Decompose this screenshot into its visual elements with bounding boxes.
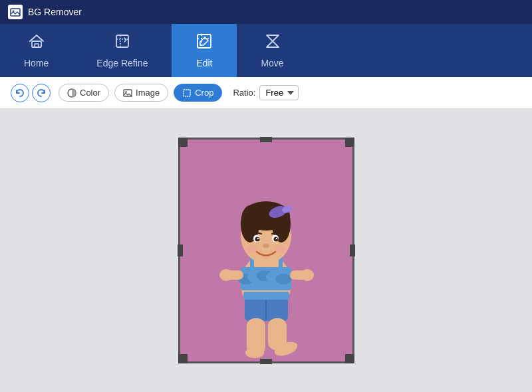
image-label: Image bbox=[136, 88, 160, 98]
svg-rect-3 bbox=[35, 44, 39, 47]
svg-point-17 bbox=[275, 274, 291, 284]
svg-rect-5 bbox=[198, 35, 211, 48]
svg-point-45 bbox=[245, 245, 257, 253]
undo-redo-group bbox=[11, 84, 51, 102]
home-icon bbox=[28, 33, 45, 54]
nav-move-label: Move bbox=[261, 58, 283, 68]
child-illustration bbox=[178, 138, 354, 363]
toolbar: Color Image Crop Ratio: Free 1:1 4:3 16:… bbox=[0, 77, 532, 109]
main-canvas bbox=[0, 109, 532, 392]
image-icon bbox=[123, 88, 132, 98]
svg-rect-22 bbox=[243, 292, 289, 300]
color-button[interactable]: Color bbox=[59, 84, 109, 102]
edit-icon bbox=[196, 33, 213, 54]
nav-item-home[interactable]: Home bbox=[0, 24, 72, 77]
title-bar: BG Remover bbox=[0, 0, 532, 24]
svg-point-46 bbox=[275, 245, 287, 253]
color-label: Color bbox=[80, 88, 100, 98]
edge-refine-icon bbox=[114, 33, 131, 54]
nav-home-label: Home bbox=[24, 58, 49, 68]
image-background bbox=[178, 138, 354, 363]
nav-bar: Home Edge Refine Edit Move bbox=[0, 24, 532, 77]
image-button[interactable]: Image bbox=[114, 84, 168, 102]
ratio-select[interactable]: Free 1:1 4:3 16:9 3:2 bbox=[259, 85, 299, 100]
crop-icon bbox=[182, 88, 192, 98]
svg-rect-4 bbox=[116, 35, 128, 47]
svg-point-8 bbox=[125, 91, 126, 92]
redo-button[interactable] bbox=[32, 84, 51, 102]
undo-button[interactable] bbox=[11, 84, 29, 102]
svg-point-24 bbox=[219, 269, 233, 281]
svg-point-43 bbox=[275, 238, 277, 239]
move-icon bbox=[264, 33, 281, 54]
nav-item-edge-refine[interactable]: Edge Refine bbox=[72, 24, 172, 77]
svg-rect-9 bbox=[184, 90, 190, 96]
svg-point-42 bbox=[257, 238, 258, 239]
app-icon bbox=[8, 5, 23, 19]
nav-item-move[interactable]: Move bbox=[237, 24, 307, 77]
svg-point-44 bbox=[263, 244, 269, 248]
svg-point-40 bbox=[255, 237, 259, 242]
svg-point-30 bbox=[245, 347, 264, 358]
svg-point-41 bbox=[273, 237, 278, 242]
nav-edit-label: Edit bbox=[196, 58, 212, 68]
app-title: BG Remover bbox=[28, 7, 82, 17]
svg-point-26 bbox=[301, 269, 314, 281]
svg-rect-0 bbox=[11, 9, 20, 16]
crop-button[interactable]: Crop bbox=[174, 84, 222, 102]
ratio-label: Ratio: bbox=[233, 88, 255, 98]
nav-edge-refine-label: Edge Refine bbox=[96, 58, 148, 68]
color-icon bbox=[67, 88, 76, 98]
ratio-area: Ratio: Free 1:1 4:3 16:9 3:2 bbox=[233, 85, 299, 100]
nav-item-edit[interactable]: Edit bbox=[172, 24, 237, 77]
crop-label: Crop bbox=[195, 88, 213, 98]
crop-container[interactable] bbox=[178, 138, 354, 363]
